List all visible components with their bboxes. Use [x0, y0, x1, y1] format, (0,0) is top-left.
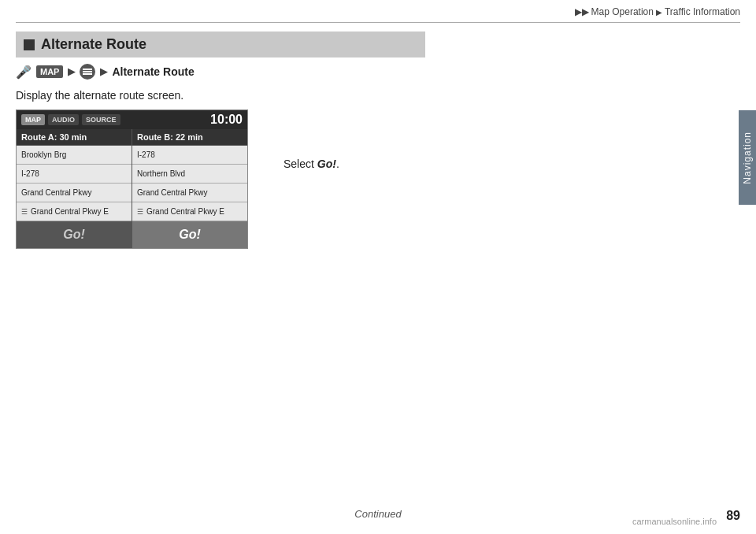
route-b-item-1: I-278: [132, 146, 247, 165]
section-heading-bar: Alternate Route: [16, 32, 425, 57]
route-a-item-4-icon: ☰: [21, 208, 28, 216]
route-b-item-2-text: Northern Blvd: [137, 169, 185, 178]
route-b-column: Route B: 22 min I-278 Northern Blvd Gran…: [132, 129, 247, 248]
tab-audio[interactable]: AUDIO: [48, 114, 79, 125]
route-b-header: Route B: 22 min: [132, 129, 247, 146]
mic-icon: 🎤: [16, 65, 32, 80]
breadcrumb-part1: Map Operation: [591, 6, 654, 17]
heading-square-icon: [24, 39, 35, 50]
instruction-row: 🎤 MAP ▶ ▶ Alternate Route: [16, 64, 732, 80]
breadcrumb-arrows: ▶▶: [575, 6, 589, 17]
route-b-item-1-text: I-278: [137, 150, 155, 159]
route-b-item-2: Northern Blvd: [132, 165, 247, 184]
continued-label: Continued: [354, 508, 401, 520]
route-b-item-3: Grand Central Pkwy: [132, 184, 247, 202]
route-b-item-4-icon: ☰: [137, 208, 143, 216]
top-divider: [16, 22, 740, 23]
go-b-button[interactable]: Go!: [132, 221, 247, 248]
go-label: Go!: [317, 158, 336, 170]
route-b-item-3-text: Grand Central Pkwy: [137, 188, 207, 197]
menu-icon: [80, 64, 95, 80]
route-b-item-4-text: Grand Central Pkwy E: [146, 207, 224, 216]
menu-icon-lines: [83, 71, 92, 72]
route-a-item-2: I-278: [17, 165, 132, 184]
select-label: Select: [284, 158, 317, 170]
breadcrumb: ▶▶ Map Operation ▶ Traffic Information: [575, 6, 740, 17]
route-a-item-1: Brooklyn Brg: [17, 146, 132, 165]
navigation-tab-label: Navigation: [742, 132, 753, 184]
navigation-tab: Navigation: [739, 110, 756, 205]
section-title: Alternate Route: [41, 36, 146, 53]
route-a-column: Route A: 30 min Brooklyn Brg I-278 Grand…: [17, 129, 132, 248]
arrow-icon-1: ▶: [68, 66, 75, 77]
route-a-item-2-text: I-278: [21, 169, 39, 178]
route-a-item-4-text: Grand Central Pkwy E: [31, 207, 109, 216]
go-a-button[interactable]: Go!: [17, 221, 132, 248]
route-a-item-3-text: Grand Central Pkwy: [21, 188, 91, 197]
breadcrumb-arrow2: ▶: [656, 8, 662, 17]
arrow-icon-2: ▶: [100, 66, 107, 77]
watermark: carmanualsonline.info: [632, 517, 717, 526]
screen-topbar: MAP AUDIO SOURCE 10:00: [17, 110, 247, 129]
tab-source[interactable]: SOURCE: [82, 114, 120, 125]
select-period: .: [336, 158, 339, 170]
route-a-item-4: ☰ Grand Central Pkwy E: [17, 202, 132, 221]
instruction-route-label: Alternate Route: [112, 65, 194, 78]
routes-container: Route A: 30 min Brooklyn Brg I-278 Grand…: [17, 129, 247, 248]
map-badge: MAP: [36, 65, 63, 78]
body-text: Display the alternate route screen.: [16, 89, 732, 102]
route-a-header: Route A: 30 min: [17, 129, 132, 146]
route-b-item-4: ☰ Grand Central Pkwy E: [132, 202, 247, 221]
breadcrumb-part2: Traffic Information: [665, 6, 740, 17]
main-content: Alternate Route 🎤 MAP ▶ ▶ Alternate Rout…: [16, 32, 732, 249]
route-a-item-3: Grand Central Pkwy: [17, 184, 132, 202]
select-go-text: Select Go!.: [284, 158, 339, 170]
page-number: 89: [726, 509, 740, 523]
screen-time: 10:00: [210, 113, 243, 127]
tab-map[interactable]: MAP: [21, 114, 45, 125]
route-a-item-1-text: Brooklyn Brg: [21, 150, 66, 159]
nav-screen: MAP AUDIO SOURCE 10:00 Route A: 30 min B…: [16, 109, 248, 249]
